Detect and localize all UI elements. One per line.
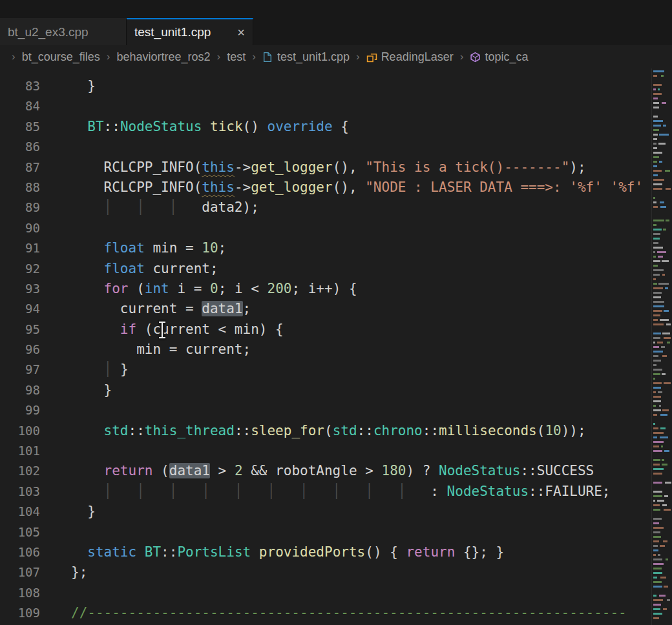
- line-number: 98: [0, 380, 40, 400]
- code-line-content: for (int i = 0; i < 200; i++) {: [40, 279, 357, 299]
- code-line[interactable]: 95 if (current < min) {: [0, 320, 672, 340]
- line-number: 83: [0, 76, 40, 96]
- code-line-content: [40, 96, 71, 116]
- line-number: 106: [0, 542, 40, 562]
- code-line[interactable]: 96 min = current;: [0, 340, 672, 360]
- breadcrumb-separator: ›: [252, 50, 256, 63]
- code-line-content: }: [40, 502, 96, 522]
- code-line[interactable]: 93 for (int i = 0; i < 200; i++) {: [0, 279, 672, 299]
- code-line[interactable]: 90: [0, 218, 672, 238]
- code-line-content: │ │ │ data2);: [40, 198, 259, 218]
- code-line[interactable]: 85 BT::NodeStatus tick() override {: [0, 117, 672, 137]
- code-line[interactable]: 88 RCLCPP_INFO(this->get_logger(), "NODE…: [0, 178, 672, 198]
- code-lines: 83 }8485 BT::NodeStatus tick() override …: [0, 68, 672, 624]
- line-number: 94: [0, 299, 40, 319]
- code-line-content: std::this_thread::sleep_for(std::chrono:…: [40, 421, 586, 441]
- code-line[interactable]: 107};: [0, 562, 672, 582]
- breadcrumb-label: test: [227, 50, 246, 64]
- code-line[interactable]: 89 │ │ │ data2);: [0, 198, 672, 218]
- code-line[interactable]: 92 float current;: [0, 259, 672, 279]
- breadcrumb-label: bt_course_files: [22, 50, 100, 64]
- line-number: 105: [0, 522, 40, 542]
- code-line-content: [40, 400, 71, 420]
- code-line[interactable]: 106 static BT::PortsList providedPorts()…: [0, 542, 672, 562]
- code-line[interactable]: 94 current = data1;: [0, 299, 672, 319]
- line-number: 92: [0, 259, 40, 279]
- code-line[interactable]: 83 }: [0, 76, 672, 96]
- code-line[interactable]: 84: [0, 96, 672, 116]
- code-line[interactable]: 104 }: [0, 502, 672, 522]
- breadcrumb-item-topic_ca[interactable]: topic_ca: [470, 50, 528, 64]
- code-line-content: }: [40, 76, 96, 96]
- code-line-content: return (data1 > 2 && robotAngle > 180) ?…: [40, 461, 594, 481]
- close-icon[interactable]: ×: [237, 26, 245, 39]
- code-line-content: [40, 137, 71, 157]
- code-line-content: //--------------------------------------…: [40, 603, 627, 623]
- breadcrumb-item-test_unit1.cpp[interactable]: test_unit1.cpp: [262, 50, 350, 64]
- code-editor[interactable]: 83 }8485 BT::NodeStatus tick() override …: [0, 68, 672, 625]
- line-number: 96: [0, 340, 40, 360]
- line-number: 93: [0, 279, 40, 299]
- breadcrumb-item-test[interactable]: test: [227, 50, 246, 64]
- line-number: 84: [0, 96, 40, 116]
- minimap[interactable]: [651, 68, 672, 625]
- line-number: 87: [0, 158, 40, 178]
- cpp-file-icon: [262, 52, 273, 63]
- line-number: 88: [0, 178, 40, 198]
- line-number: 109: [0, 603, 40, 623]
- tab-bt_u2_ex3.cpp[interactable]: bt_u2_ex3.cpp: [0, 18, 127, 45]
- code-line-content: BT::NodeStatus tick() override {: [40, 117, 349, 137]
- code-line-content: RCLCPP_INFO(this->get_logger(), "NODE : …: [40, 178, 643, 198]
- line-number: 103: [0, 482, 40, 502]
- breadcrumb-separator: ›: [217, 50, 221, 63]
- line-number: 95: [0, 320, 40, 340]
- code-line[interactable]: 101: [0, 441, 672, 461]
- line-number: 85: [0, 117, 40, 137]
- breadcrumb-separator: ›: [107, 50, 110, 63]
- tab-label: bt_u2_ex3.cpp: [8, 25, 118, 39]
- tab-label: test_unit1.cpp: [134, 25, 231, 39]
- line-number: 99: [0, 400, 40, 420]
- code-line-content: │ }: [40, 360, 129, 380]
- code-line[interactable]: 100 std::this_thread::sleep_for(std::chr…: [0, 421, 672, 441]
- code-line-content: float min = 10;: [40, 238, 226, 258]
- title-bar: [0, 0, 672, 18]
- code-line[interactable]: 86: [0, 137, 672, 157]
- line-number: 102: [0, 461, 40, 481]
- code-line-content: [40, 218, 71, 238]
- editor-header: bt_u2_ex3.cpptest_unit1.cpp×: [0, 0, 672, 45]
- breadcrumb-separator: ›: [356, 50, 360, 63]
- breadcrumb-item-behaviortree_ros2[interactable]: behaviortree_ros2: [116, 50, 210, 64]
- method-icon: [470, 52, 481, 63]
- line-number: 100: [0, 421, 40, 441]
- code-line-content: [40, 522, 71, 542]
- code-line[interactable]: 102 return (data1 > 2 && robotAngle > 18…: [0, 461, 672, 481]
- breadcrumb-separator: ›: [460, 50, 464, 63]
- code-line[interactable]: 109//-----------------------------------…: [0, 603, 672, 623]
- line-number: 104: [0, 502, 40, 522]
- breadcrumb-label: test_unit1.cpp: [277, 50, 350, 64]
- line-number: 86: [0, 137, 40, 157]
- code-line-content: [40, 583, 71, 603]
- code-line-content: if (current < min) {: [40, 320, 284, 340]
- line-number: 107: [0, 562, 40, 582]
- line-number: 97: [0, 360, 40, 380]
- code-line[interactable]: 91 float min = 10;: [0, 238, 672, 258]
- breadcrumb-label: behaviortree_ros2: [116, 50, 210, 64]
- tab-test_unit1.cpp[interactable]: test_unit1.cpp×: [127, 18, 253, 45]
- breadcrumb-item-ReadingLaser[interactable]: ReadingLaser: [366, 50, 454, 64]
- line-number: 101: [0, 441, 40, 461]
- code-line[interactable]: 105: [0, 522, 672, 542]
- code-line[interactable]: 99: [0, 400, 672, 420]
- code-line[interactable]: 103 │ │ │ │ │ │ │ │ │ │ : NodeStatus::FA…: [0, 482, 672, 502]
- code-line[interactable]: 98 }: [0, 380, 672, 400]
- code-line-content: min = current;: [40, 340, 251, 360]
- line-number: 108: [0, 583, 40, 603]
- code-line[interactable]: 108: [0, 583, 672, 603]
- code-line[interactable]: 87 RCLCPP_INFO(this->get_logger(), "This…: [0, 158, 672, 178]
- code-line-content: };: [40, 562, 87, 582]
- breadcrumb-item-bt_course_files[interactable]: bt_course_files: [22, 50, 100, 64]
- code-line[interactable]: 97 │ }: [0, 360, 672, 380]
- breadcrumb: ›bt_course_files›behaviortree_ros2›test›…: [0, 45, 672, 68]
- line-number: 90: [0, 218, 40, 238]
